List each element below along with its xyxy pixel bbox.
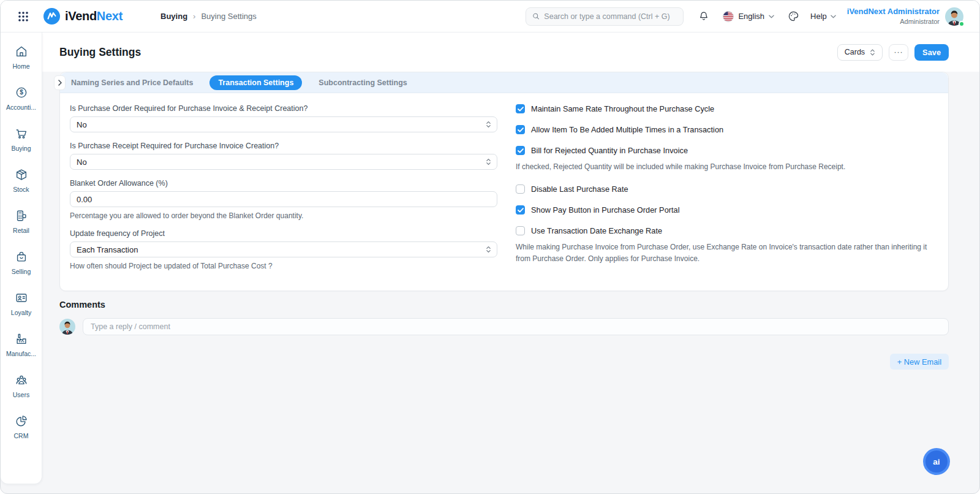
checkbox-maintain-same-rate: Maintain Same Rate Throughout the Purcha… [516,104,938,113]
chevron-updown-icon [486,158,491,166]
page-header-row: Buying Settings Cards ··· Save [59,32,949,72]
brand-logo[interactable]: iVendNext [43,8,123,25]
checkbox-checked[interactable] [516,146,525,155]
settings-tabs: Naming Series and Price Defaults Transac… [60,72,948,93]
selling-icon [15,250,28,264]
language-label: English [738,12,764,21]
blanket-order-allowance-input-wrap [70,191,497,207]
breadcrumb-separator: › [193,12,195,21]
avatar [59,319,75,335]
checkbox-show-pay-button: Show Pay Button in Purchase Order Portal [516,205,938,215]
sidebar-item-buying[interactable]: Buying [1,127,42,152]
palette-icon [788,10,799,22]
global-search-input[interactable] [544,12,677,21]
new-email-button[interactable]: + New Email [890,354,949,370]
checkbox-checked[interactable] [516,104,525,113]
breadcrumb-item-buying[interactable]: Buying [160,12,187,21]
tab-transaction-settings[interactable]: Transaction Settings [209,75,302,90]
save-button[interactable]: Save [914,44,949,61]
tab-naming-series-and-price-defaults[interactable]: Naming Series and Price Defaults [71,78,193,87]
field-help: How often should Project be updated of T… [70,262,497,270]
field-label: Is Purchase Receipt Required for Purchas… [70,142,497,150]
comments-title: Comments [59,300,949,310]
field-label: Blanket Order Allowance (%) [70,179,497,188]
brand-name: iVendNext [65,9,123,23]
stock-icon [15,168,28,181]
breadcrumb: Buying › Buying Settings [160,12,257,21]
form-right-column: Maintain Same Rate Throughout the Purcha… [516,104,938,279]
update-frequency-select[interactable]: Each Transaction [70,241,497,257]
field-label: Update frequency of Project [70,229,497,238]
buying-icon [15,127,28,140]
sidebar-toggle-button[interactable] [54,75,66,90]
language-selector[interactable]: English [723,11,774,22]
checkbox-use-transaction-date-exchange-rate: Use Transaction Date Exchange Rate [516,226,938,235]
checkbox-checked[interactable] [516,125,525,134]
blanket-order-allowance-input[interactable] [77,195,491,204]
user-avatar[interactable] [945,7,963,26]
checkbox-help: While making Purchase Invoice from Purch… [516,241,938,265]
chevron-right-icon [58,80,62,86]
field-update-frequency-of-project: Update frequency of Project Each Transac… [70,229,497,270]
sidebar-item-loyalty[interactable]: Loyalty [1,291,42,316]
global-search[interactable] [526,7,684,26]
more-options-button[interactable]: ··· [889,44,908,61]
checkbox-allow-item-multiple-times: Allow Item To Be Added Multiple Times in… [516,125,938,134]
settings-card: Naming Series and Price Defaults Transac… [59,72,949,291]
help-menu[interactable]: Help [810,12,836,21]
chevron-down-icon [831,15,836,18]
checkbox-unchecked[interactable] [516,184,525,194]
view-selector-button[interactable]: Cards [837,44,883,61]
brand-logo-icon [43,8,60,25]
new-email-row: + New Email [59,354,949,370]
field-blanket-order-allowance: Blanket Order Allowance (%) Percentage y… [70,179,497,220]
checkbox-help: If checked, Rejected Quantity will be in… [516,161,938,173]
checkbox-unchecked[interactable] [516,226,525,235]
check-icon [518,107,524,112]
loyalty-icon [15,291,28,305]
sidebar-item-users[interactable]: Users [1,373,42,398]
checkbox-disable-last-purchase-rate: Disable Last Purchase Rate [516,184,938,194]
comment-input-row [59,318,949,335]
sidebar-item-crm[interactable]: CRM [1,414,42,439]
svg-text:$: $ [20,89,23,96]
purchase-order-required-select[interactable]: No [70,116,497,132]
user-role: Administrator [847,17,940,26]
crm-icon [15,414,28,428]
theme-switcher-button[interactable] [788,10,799,22]
sidebar-item-stock[interactable]: Stock [1,168,42,193]
transaction-settings-form: Is Purchase Order Required for Purchase … [60,93,948,291]
check-icon [518,148,524,153]
field-purchase-order-required: Is Purchase Order Required for Purchase … [70,104,497,132]
user-menu[interactable]: iVendNext Administrator Administrator [847,7,963,26]
sidebar-item-accounting[interactable]: $ Accounti... [1,86,42,111]
notifications-button[interactable] [698,10,709,22]
online-status-dot [959,21,965,27]
checkbox-bill-for-rejected-quantity: Bill for Rejected Quantity in Purchase I… [516,146,938,155]
retail-icon [15,209,28,222]
help-label: Help [810,12,827,21]
app-header: iVendNext Buying › Buying Settings Engli… [1,1,979,32]
sidebar-item-selling[interactable]: Selling [1,250,42,275]
field-label: Is Purchase Order Required for Purchase … [70,104,497,113]
user-names: iVendNext Administrator Administrator [847,7,940,26]
sidebar-item-retail[interactable]: Retail [1,209,42,234]
check-icon [518,127,524,132]
tab-subcontracting-settings[interactable]: Subcontracting Settings [318,78,407,87]
purchase-receipt-required-select[interactable]: No [70,154,497,170]
comment-input[interactable] [91,322,941,331]
form-left-column: Is Purchase Order Required for Purchase … [70,104,497,279]
users-icon [15,373,28,387]
search-icon [532,12,540,20]
page-actions: Cards ··· Save [837,44,949,61]
apps-grid-button[interactable] [18,11,29,22]
sidebar-item-manufacturing[interactable]: Manufac... [1,332,42,357]
breadcrumb-item-buying-settings[interactable]: Buying Settings [201,12,256,21]
checkbox-checked[interactable] [516,205,525,215]
accounting-icon: $ [15,86,28,99]
sidebar-item-home[interactable]: Home [1,45,42,70]
ai-assistant-button[interactable]: ai [923,448,950,475]
chevron-updown-icon [870,48,875,56]
chevron-updown-icon [486,246,491,254]
comment-input-wrap [83,318,949,335]
